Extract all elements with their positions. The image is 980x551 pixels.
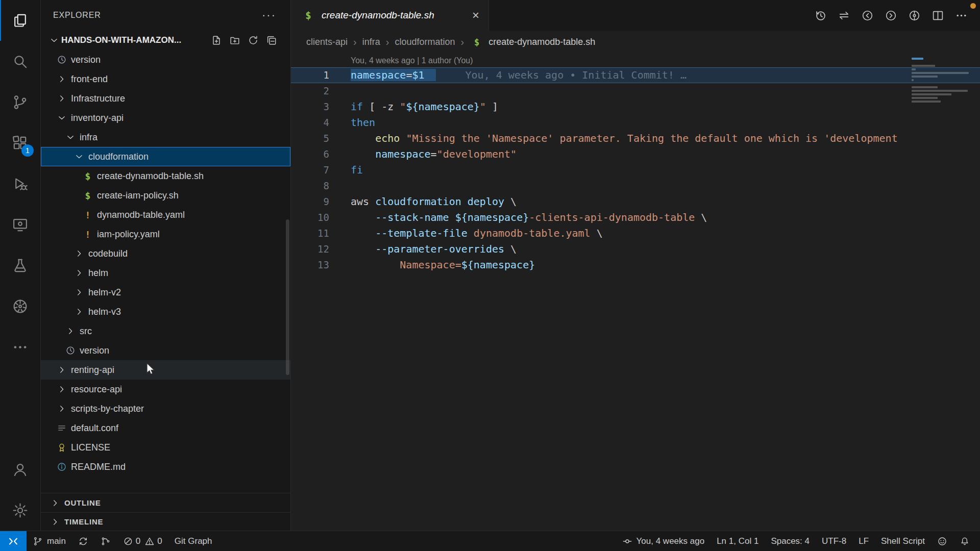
status-git-graph[interactable]: Git Graph [168,531,218,551]
code-lines: 1namespace=$1You, 4 weeks ago • Initial … [291,67,980,273]
status-encoding[interactable]: UTF-8 [816,531,852,551]
tree-item-default-conf[interactable]: default.conf [41,418,290,438]
tree-item-helm-v3[interactable]: helm-v3 [41,302,290,321]
tree-item-create-iam-policy-sh[interactable]: $create-iam-policy.sh [41,186,290,205]
status-feedback[interactable] [931,531,953,551]
refresh-explorer-icon[interactable] [248,35,259,46]
tree-item-scripts-by-chapter[interactable]: scripts-by-chapter [41,399,290,418]
breadcrumb-item-cloudformation[interactable]: cloudformation [395,37,455,47]
file-history-icon[interactable] [814,9,827,22]
code-line-1[interactable]: 1namespace=$1You, 4 weeks ago • Initial … [291,67,980,83]
status-eol[interactable]: LF [852,531,875,551]
status-language-mode-label: Shell Script [881,536,925,546]
previous-change-icon[interactable] [861,9,874,22]
collapse-folders-icon[interactable] [266,35,277,46]
minimap[interactable] [912,58,969,104]
code-text: then [351,115,375,131]
tree-item-front-end[interactable]: front-end [41,69,290,89]
tree-item-inventory-api[interactable]: inventory-api [41,108,290,128]
code-editor[interactable]: You, 4 weeks ago | 1 author (You) 1names… [291,54,980,531]
code-line-8[interactable]: 8 [291,178,980,194]
tree-item-src[interactable]: src [41,321,290,341]
split-editor-icon[interactable] [932,9,944,22]
tree-item-iam-policy-yaml[interactable]: !iam-policy.yaml [41,224,290,244]
tree-item-license[interactable]: LICENSE [41,438,290,457]
activity-item-more-views[interactable] [0,327,40,367]
activity-item-source-control[interactable] [0,82,40,122]
breadcrumb-item-infra[interactable]: infra [362,37,380,47]
tree-item-label: default.conf [69,423,118,434]
activity-item-settings[interactable] [0,490,40,531]
tab-create-dynamodb-table[interactable]: $ create-dynamodb-table.sh × [291,0,489,31]
tree-item-dynamodb-table-yaml[interactable]: !dynamodb-table.yaml [41,205,290,224]
code-line-11[interactable]: 11 --template-file dynamodb-table.yaml \ [291,226,980,241]
token: ${namespace} [455,211,529,223]
breadcrumb-file[interactable]: $create-dynamodb-table.sh [470,37,595,47]
status-notifications[interactable] [953,531,976,551]
tree-item-version[interactable]: version [41,50,290,69]
code-line-4[interactable]: 4then [291,115,980,131]
codelens-blame[interactable]: You, 4 weeks ago | 1 author (You) [291,54,980,67]
tree-item-codebuild[interactable]: codebuild [41,244,290,263]
code-line-2[interactable]: 2 [291,83,980,99]
status-cursor-position[interactable]: Ln 1, Col 1 [710,531,765,551]
breadcrumb: clients-api›infra›cloudformation›$create… [291,31,980,54]
tree-item-infrastructure[interactable]: Infrastructure [41,89,290,108]
errors-icon [123,536,133,546]
code-text: aws cloudformation deploy \ [351,194,517,210]
code-line-3[interactable]: 3if [ -z "${namespace}" ] [291,99,980,115]
chevron-right-icon [72,307,86,317]
status-language-mode[interactable]: Shell Script [875,531,931,551]
breadcrumb-separator: › [386,36,389,48]
chevron-right-icon [48,517,62,527]
new-file-icon[interactable] [211,35,222,46]
status-problems[interactable]: 00 [117,531,168,551]
section-timeline[interactable]: TIMELINE [41,512,290,531]
activity-item-explorer[interactable] [0,0,40,41]
status-branch[interactable]: main [27,531,72,551]
graph-icon [101,536,111,546]
activity-item-testing[interactable] [0,245,40,286]
tree-item-helm-v2[interactable]: helm-v2 [41,283,290,302]
tree-item-helm[interactable]: helm [41,263,290,283]
sidebar-scrollbar[interactable] [286,219,289,375]
sidebar-more-button[interactable]: ··· [262,13,276,18]
code-line-5[interactable]: 5 echo "Missing the 'Namespace' paramete… [291,131,980,146]
tree-item-label: iam-policy.yaml [95,229,160,240]
status-sync[interactable] [72,531,94,551]
code-line-12[interactable]: 12 --parameter-overrides \ [291,241,980,257]
status-line-blame[interactable]: You, 4 weeks ago [616,531,711,551]
next-change-icon[interactable] [885,9,897,22]
more-actions-icon[interactable] [955,9,968,22]
breadcrumb-item-clients-api[interactable]: clients-api [306,37,348,47]
activity-item-run-and-debug[interactable] [0,163,40,204]
code-line-10[interactable]: 10 --stack-name ${namespace}-clients-api… [291,210,980,226]
tree-item-infra[interactable]: infra [41,128,290,147]
activity-item-kubernetes[interactable] [0,286,40,327]
activity-item-extensions[interactable]: 1 [0,122,40,163]
tree-item-readme-md[interactable]: README.md [41,457,290,477]
code-line-7[interactable]: 7fi [291,162,980,178]
status-indentation[interactable]: Spaces: 4 [765,531,816,551]
chevron-down-icon [55,113,69,123]
tree-item-version[interactable]: version [41,341,290,360]
tree-item-cloudformation[interactable]: cloudformation [41,147,290,166]
section-outline[interactable]: OUTLINE [41,493,290,512]
open-changes-icon[interactable] [838,9,850,22]
activity-item-remote-explorer[interactable] [0,204,40,245]
status-commit-graph[interactable] [94,531,117,551]
activity-item-search[interactable] [0,41,40,82]
line-number: 6 [291,146,329,162]
status-remote[interactable] [0,531,27,551]
new-folder-icon[interactable] [229,35,240,46]
tree-item-resource-api[interactable]: resource-api [41,380,290,399]
tree-root-folder[interactable]: HANDS-ON-WITH-AMAZON... [41,31,290,50]
code-line-13[interactable]: 13 Namespace=${namespace} [291,257,980,273]
close-tab-icon[interactable]: × [472,9,479,21]
code-line-9[interactable]: 9aws cloudformation deploy \ [291,194,980,210]
activity-item-accounts[interactable] [0,449,40,490]
gitlens-icon[interactable] [908,9,921,22]
code-line-6[interactable]: 6 namespace="development" [291,146,980,162]
tree-item-create-dynamodb-table-sh[interactable]: $create-dynamodb-table.sh [41,166,290,186]
tree-item-renting-api[interactable]: renting-api [41,360,290,380]
